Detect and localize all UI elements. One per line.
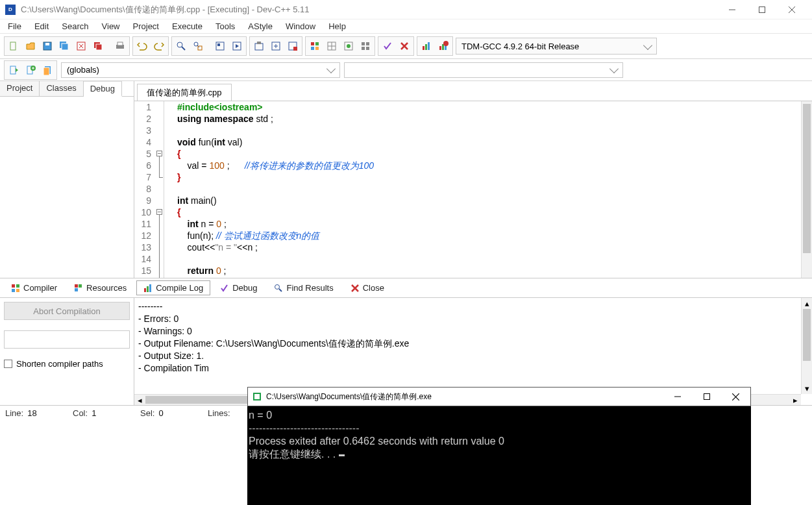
svg-rect-56 <box>704 394 709 400</box>
svg-rect-5 <box>62 43 68 50</box>
tab-resources[interactable]: Resources <box>67 280 134 295</box>
maximize-button[interactable] <box>747 0 777 19</box>
menu-help[interactable]: Help <box>322 20 352 32</box>
editor-vscrollbar[interactable] <box>801 101 812 278</box>
console-output[interactable]: n = 0 -------------------------------- P… <box>247 406 751 463</box>
minimize-button[interactable] <box>717 0 747 19</box>
member-select[interactable] <box>344 62 623 78</box>
find-icon[interactable] <box>173 38 189 54</box>
compile-icon[interactable] <box>212 38 228 54</box>
close-all-icon[interactable] <box>90 38 106 54</box>
menu-window[interactable]: Window <box>279 20 322 32</box>
svg-rect-17 <box>255 43 263 50</box>
scroll-down-icon[interactable]: ▾ <box>802 383 812 394</box>
check-icon[interactable] <box>380 38 395 54</box>
scroll-right-icon[interactable]: ▸ <box>790 395 801 406</box>
chevron-down-icon <box>326 64 336 73</box>
svg-rect-45 <box>12 284 15 288</box>
tab-compile-log[interactable]: Compile Log <box>136 280 210 295</box>
menu-astyle[interactable]: AStyle <box>241 20 279 32</box>
new-file-icon[interactable] <box>6 38 21 54</box>
svg-rect-33 <box>423 46 424 50</box>
replace-icon[interactable] <box>190 38 206 54</box>
save-all-icon[interactable] <box>56 38 72 54</box>
svg-rect-54 <box>149 284 151 292</box>
file-tab[interactable]: 值传递的简单例.cpp <box>137 84 232 101</box>
svg-rect-40 <box>10 66 16 74</box>
tab-debug[interactable]: Debug <box>213 280 264 295</box>
toggle-bookmark-icon[interactable] <box>40 62 55 78</box>
checkbox-icon <box>4 360 12 368</box>
grid-icon <box>11 284 20 293</box>
svg-rect-34 <box>425 44 427 50</box>
debug-icon[interactable] <box>285 38 301 54</box>
redo-icon[interactable] <box>151 38 167 54</box>
open-file-icon[interactable] <box>23 38 38 54</box>
svg-rect-8 <box>96 44 102 50</box>
svg-rect-3 <box>45 43 49 45</box>
profile-icon[interactable] <box>419 38 434 54</box>
tab-find-results[interactable]: Find Results <box>267 280 340 295</box>
menubar: File Edit Search View Project Execute To… <box>0 19 812 34</box>
cross-icon[interactable] <box>397 38 412 54</box>
menu-search[interactable]: Search <box>55 20 95 32</box>
menu-file[interactable]: File <box>1 20 28 32</box>
bottom-tabs: Compiler Resources Compile Log Debug Fin… <box>0 278 812 298</box>
close-button[interactable] <box>777 0 807 19</box>
sidebar-tab-classes[interactable]: Classes <box>40 81 83 96</box>
svg-point-39 <box>443 41 449 46</box>
run-icon[interactable] <box>229 38 245 54</box>
scroll-up-icon[interactable]: ▴ <box>802 298 812 309</box>
tab-close[interactable]: Close <box>343 280 391 295</box>
grid4-icon[interactable] <box>358 38 373 54</box>
fold-icon[interactable] <box>156 209 162 215</box>
svg-rect-32 <box>366 47 369 50</box>
compile-run-icon[interactable] <box>251 38 267 54</box>
svg-rect-50 <box>79 284 82 288</box>
abort-compilation-button[interactable]: Abort Compilation <box>4 302 130 320</box>
goto-icon[interactable] <box>6 62 21 78</box>
toolbar-row-1: TDM-GCC 4.9.2 64-bit Release <box>0 34 812 59</box>
sidebar-tab-project[interactable]: Project <box>0 81 40 96</box>
menu-edit[interactable]: Edit <box>28 20 55 32</box>
svg-rect-48 <box>16 289 19 292</box>
search-icon <box>274 284 283 293</box>
cursor-icon <box>339 454 345 456</box>
console-maximize-button[interactable] <box>692 388 721 406</box>
svg-rect-37 <box>442 44 444 50</box>
save-icon[interactable] <box>40 38 55 54</box>
scope-select-value: (globals) <box>67 65 99 75</box>
close-file-icon[interactable] <box>73 38 89 54</box>
grid1-icon[interactable] <box>307 38 323 54</box>
undo-icon[interactable] <box>134 38 150 54</box>
rebuild-icon[interactable] <box>268 38 284 54</box>
svg-point-28 <box>347 44 351 48</box>
print-icon[interactable] <box>112 38 128 54</box>
menu-execute[interactable]: Execute <box>166 20 209 32</box>
sidebar-tab-debug[interactable]: Debug <box>84 81 122 97</box>
svg-rect-29 <box>362 42 365 45</box>
log-vscrollbar[interactable]: ▴ ▾ <box>801 298 812 394</box>
console-close-button[interactable] <box>721 388 750 406</box>
window-title: C:\Users\Wang\Documents\值传递的简单例.cpp - [E… <box>21 4 717 16</box>
scroll-left-icon[interactable]: ◂ <box>134 395 145 406</box>
svg-rect-10 <box>117 42 123 45</box>
console-minimize-button[interactable] <box>663 388 692 406</box>
menu-view[interactable]: View <box>95 20 127 32</box>
grid2-icon[interactable] <box>324 38 339 54</box>
svg-rect-21 <box>293 47 297 51</box>
delete-profile-icon[interactable] <box>436 38 451 54</box>
scope-select[interactable]: (globals) <box>61 62 340 78</box>
add-bookmark-icon[interactable] <box>23 62 38 78</box>
menu-project[interactable]: Project <box>127 20 166 32</box>
menu-tools[interactable]: Tools <box>209 20 241 32</box>
compiler-select[interactable]: TDM-GCC 4.9.2 64-bit Release <box>456 38 657 55</box>
grid3-icon[interactable] <box>341 38 356 54</box>
compilation-method-select[interactable] <box>4 330 130 349</box>
tab-compiler[interactable]: Compiler <box>4 280 64 295</box>
fold-icon[interactable] <box>156 151 162 156</box>
code-editor[interactable]: 1#include<iostream> 2using namespace std… <box>134 101 812 278</box>
compile-log-text[interactable]: -------- - Errors: 0 - Warnings: 0 - Out… <box>134 298 812 377</box>
svg-rect-47 <box>12 289 15 292</box>
shorten-paths-checkbox[interactable]: Shorten compiler paths <box>4 359 130 369</box>
